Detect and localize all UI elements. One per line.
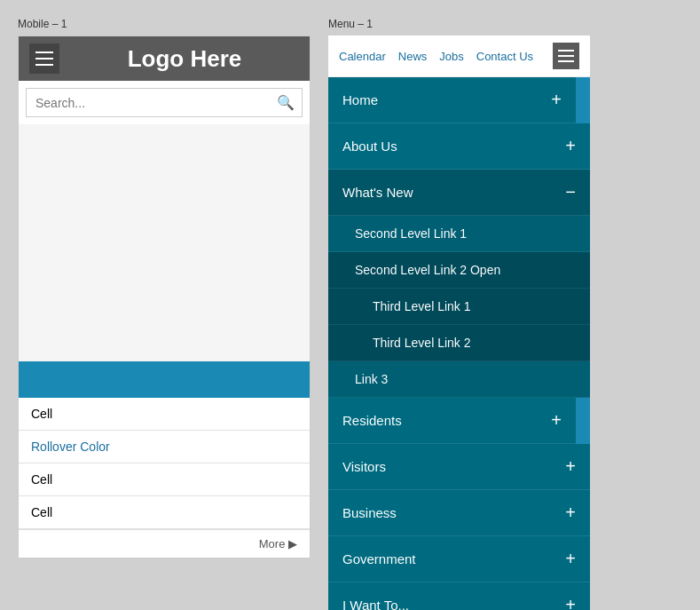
- rollover-color-link[interactable]: Rollover Color: [31, 440, 110, 454]
- nav-residents-row: Residents +: [328, 398, 590, 444]
- nav-item-about[interactable]: About Us +: [328, 123, 590, 170]
- table-row: Rollover Color: [19, 431, 310, 463]
- table-row: Cell: [19, 496, 310, 529]
- nav-item-business-label: Business: [342, 505, 397, 520]
- submenu-item-second-level-1[interactable]: Second Level Link 1: [328, 216, 590, 252]
- mobile-header: Logo Here: [19, 36, 310, 81]
- third-level-item-2-label: Third Level Link 2: [373, 336, 471, 350]
- menu-panel: Menu – 1 Calendar News Jobs Contact Us H…: [328, 18, 590, 610]
- top-link-jobs[interactable]: Jobs: [439, 50, 463, 63]
- menu-frame: Calendar News Jobs Contact Us Home +: [328, 36, 590, 610]
- mobile-highlight-bar: [19, 364, 310, 398]
- hamburger-line-1: [35, 51, 53, 53]
- menu-hamburger-button[interactable]: [553, 43, 579, 69]
- table-cell-4: Cell: [19, 496, 310, 529]
- top-link-contact[interactable]: Contact Us: [476, 50, 533, 63]
- third-level-item-1-label: Third Level Link 1: [373, 299, 471, 313]
- table-row: Cell: [19, 398, 310, 431]
- mobile-search-bar: 🔍: [26, 88, 303, 117]
- nav-item-about-expand-icon: +: [565, 136, 576, 156]
- table-cell-3: Cell: [19, 463, 310, 496]
- mobile-content-area: [19, 124, 310, 364]
- whats-new-submenu: Second Level Link 1 Second Level Link 2 …: [328, 216, 590, 398]
- nav-item-about-label: About Us: [342, 139, 397, 154]
- menu-hamburger-line-3: [558, 60, 574, 62]
- top-link-news[interactable]: News: [398, 50, 428, 63]
- nav-item-home-expand-icon: +: [551, 90, 562, 110]
- menu-panel-label: Menu – 1: [328, 18, 590, 30]
- submenu-item-second-level-1-label: Second Level Link 1: [355, 226, 467, 241]
- top-link-calendar[interactable]: Calendar: [339, 50, 386, 63]
- search-icon: 🔍: [277, 95, 295, 110]
- nav-item-government-expand-icon: +: [565, 549, 576, 569]
- nav-item-residents-label: Residents: [342, 413, 402, 428]
- nav-item-whats-new[interactable]: What's New −: [328, 170, 590, 216]
- menu-top-links: Calendar News Jobs Contact Us: [339, 50, 533, 63]
- nav-item-i-want-to-expand-icon: +: [565, 595, 576, 610]
- home-accent-bar: [576, 77, 590, 123]
- nav-item-whats-new-label: What's New: [342, 185, 413, 200]
- residents-accent-bar: [576, 398, 590, 444]
- nav-item-home[interactable]: Home +: [328, 77, 576, 123]
- menu-hamburger-line-1: [558, 50, 574, 51]
- third-level-item-2[interactable]: Third Level Link 2: [328, 325, 590, 361]
- nav-item-whats-new-collapse-icon: −: [565, 182, 576, 202]
- table-cell-link[interactable]: Rollover Color: [19, 431, 310, 463]
- table-cell-1: Cell: [19, 398, 310, 431]
- nav-item-home-label: Home: [342, 92, 378, 107]
- submenu-item-second-level-2[interactable]: Second Level Link 2 Open: [328, 252, 590, 289]
- nav-item-residents[interactable]: Residents +: [328, 398, 576, 444]
- mobile-table: Cell Rollover Color Cell Cell: [19, 398, 310, 529]
- nav-item-visitors-label: Visitors: [342, 459, 386, 474]
- nav-item-business-expand-icon: +: [565, 503, 576, 523]
- mobile-panel: Mobile – 1 Logo Here 🔍 Cell: [18, 18, 311, 610]
- nav-item-visitors-expand-icon: +: [565, 456, 576, 477]
- nav-item-government[interactable]: Government +: [328, 536, 590, 582]
- submenu-item-link3[interactable]: Link 3: [328, 361, 590, 398]
- mobile-more-row[interactable]: More ▶: [19, 529, 310, 558]
- mobile-search-button[interactable]: 🔍: [270, 89, 302, 116]
- nav-home-row: Home +: [328, 77, 590, 123]
- third-level-menu: Third Level Link 1 Third Level Link 2: [328, 289, 590, 361]
- hamburger-line-3: [35, 64, 53, 66]
- menu-hamburger-line-2: [558, 55, 574, 57]
- mobile-search-input[interactable]: [27, 91, 270, 115]
- table-row: Cell: [19, 463, 310, 496]
- menu-top-bar: Calendar News Jobs Contact Us: [328, 36, 590, 77]
- mobile-panel-label: Mobile – 1: [18, 18, 311, 30]
- nav-item-business[interactable]: Business +: [328, 490, 590, 536]
- main-nav: Home + About Us + What's New − Second Le…: [328, 77, 590, 610]
- nav-item-government-label: Government: [342, 551, 416, 566]
- nav-item-i-want-to-label: I Want To...: [342, 598, 409, 610]
- submenu-item-second-level-2-label: Second Level Link 2 Open: [355, 263, 500, 277]
- mobile-logo: Logo Here: [70, 45, 299, 73]
- hamburger-line-2: [35, 58, 53, 59]
- submenu-item-link3-label: Link 3: [355, 372, 388, 386]
- nav-item-visitors[interactable]: Visitors +: [328, 444, 590, 490]
- nav-item-i-want-to[interactable]: I Want To... +: [328, 582, 590, 610]
- more-label: More ▶: [259, 537, 297, 551]
- mobile-frame: Logo Here 🔍 Cell Rollover Color: [18, 36, 311, 559]
- mobile-hamburger-button[interactable]: [29, 44, 59, 74]
- nav-item-residents-expand-icon: +: [551, 410, 562, 431]
- third-level-item-1[interactable]: Third Level Link 1: [328, 289, 590, 325]
